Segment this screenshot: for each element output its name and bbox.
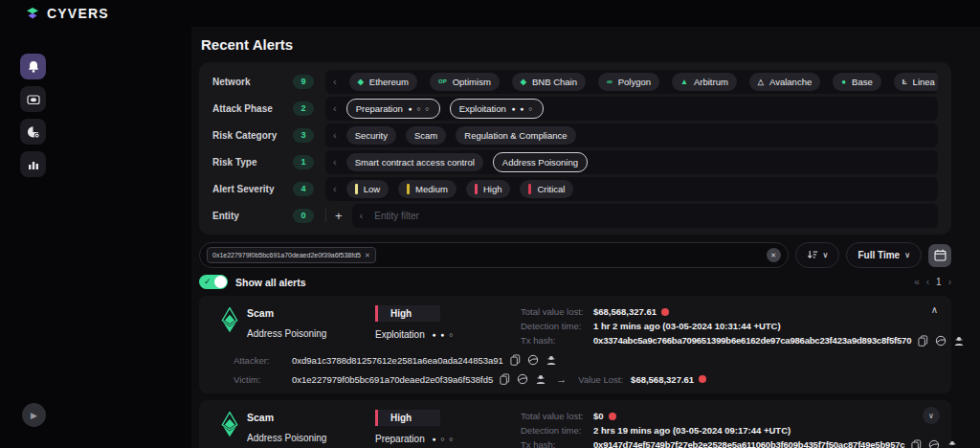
- sidebar: ▶: [0, 27, 191, 448]
- divider: [325, 209, 326, 222]
- entity-filter-input[interactable]: [372, 210, 568, 222]
- copy-icon[interactable]: [510, 354, 521, 366]
- chevron-down-icon: ∨: [904, 251, 910, 259]
- network-chip-linea[interactable]: Ŀ Linea: [894, 73, 938, 91]
- network-chip-bnb-chain[interactable]: ◈ BNB Chain: [512, 73, 586, 91]
- prev-page-button[interactable]: ‹: [926, 277, 929, 287]
- chevron-left-icon[interactable]: ‹: [333, 156, 337, 168]
- next-page-button[interactable]: ›: [948, 277, 951, 287]
- sort-icon: [807, 250, 818, 260]
- tx-hash-label: Tx hash:: [521, 335, 593, 346]
- investigate-icon[interactable]: [953, 335, 965, 347]
- investigate-icon[interactable]: [546, 354, 557, 366]
- attacker-row: Attacker: 0xd9a1c3788d81257612e2581a6ea0…: [212, 354, 938, 366]
- sidebar-item-analytics[interactable]: [20, 119, 46, 145]
- network-chip-ethereum[interactable]: ◆ Ethereum: [349, 73, 417, 91]
- network-chip-avalanche[interactable]: △ Avalanche: [749, 73, 820, 91]
- explorer-icon[interactable]: [935, 335, 947, 347]
- copy-icon[interactable]: [911, 439, 922, 448]
- alert-risk-type: Address Poisoning: [247, 433, 375, 443]
- severity-badge: High: [375, 305, 440, 322]
- sidebar-item-reports[interactable]: [20, 151, 46, 177]
- attack-phase-chip-preparation[interactable]: Preparation ● ○ ○: [346, 99, 440, 119]
- detection-time-label: Detection time:: [521, 425, 593, 436]
- investigate-icon[interactable]: [535, 373, 546, 385]
- alert-category: Scam: [247, 307, 375, 319]
- filter-count-badge: 4: [293, 182, 314, 196]
- search-tag-text: 0x1e227979f0b5bc691a70deaed2e0f39a6f538f…: [212, 252, 361, 258]
- risk-category-chip-scam[interactable]: Scam: [406, 126, 446, 145]
- severity-chip-critical[interactable]: Critical: [520, 180, 573, 198]
- victim-address: 0x1e227979f0b5bc691a70deaed2e0f39a6f538f…: [292, 374, 493, 385]
- chip-label: Linea: [913, 77, 935, 87]
- sort-button[interactable]: ∨: [795, 242, 840, 268]
- filter-row-risk-category: Risk Category 3 ‹ Security Scam Regulati…: [212, 122, 938, 148]
- copy-icon[interactable]: [500, 373, 510, 385]
- copy-icon[interactable]: [918, 335, 928, 347]
- risk-category-chip-security[interactable]: Security: [346, 126, 396, 145]
- polygon-icon: ∞: [607, 78, 612, 86]
- show-all-alerts-toggle[interactable]: ✓: [199, 275, 228, 289]
- severity-chip-medium[interactable]: Medium: [398, 180, 457, 198]
- chevron-left-icon[interactable]: ‹: [333, 183, 337, 194]
- risk-type-chip-address-poisoning[interactable]: Address Poisoning: [493, 152, 588, 172]
- add-entity-button[interactable]: +: [335, 209, 343, 223]
- filter-row-entity: Entity 0 + ‹: [212, 202, 938, 229]
- alert-card[interactable]: Scam Address Poisoning High Exploitation…: [199, 296, 951, 393]
- close-icon[interactable]: ✕: [365, 252, 370, 259]
- explorer-icon[interactable]: [527, 354, 539, 366]
- chip-label: Polygon: [618, 77, 651, 87]
- top-bar: CYVERS: [0, 0, 980, 27]
- explorer-icon[interactable]: [517, 373, 528, 385]
- alert-card[interactable]: Scam Address Poisoning High Preparation …: [199, 400, 951, 448]
- network-chip-polygon[interactable]: ∞ Polygon: [598, 73, 659, 91]
- network-chip-optimism[interactable]: OP Optimism: [430, 73, 500, 91]
- ethereum-icon: ◆: [358, 78, 364, 86]
- explorer-icon[interactable]: [928, 439, 940, 448]
- filter-count-badge: 1: [293, 155, 314, 169]
- entity-filter-track: ‹: [352, 204, 938, 228]
- alert-category: Scam: [247, 412, 375, 423]
- total-value-lost: $0: [593, 411, 604, 421]
- risk-category-chip-track: ‹ Security Scam Regulation & Compliance: [325, 123, 938, 147]
- search-tag[interactable]: 0x1e227979f0b5bc691a70deaed2e0f39a6f538f…: [207, 247, 376, 263]
- play-icon: ▶: [31, 411, 37, 420]
- alert-phase: Preparation ● ○ ○: [375, 434, 521, 444]
- chevron-left-icon[interactable]: ‹: [333, 102, 337, 114]
- first-page-button[interactable]: «: [914, 277, 920, 287]
- sidebar-item-alerts[interactable]: [20, 54, 46, 79]
- investigate-icon[interactable]: [947, 439, 958, 448]
- filter-label: Attack Phase: [212, 103, 293, 114]
- base-icon: ●: [841, 78, 846, 86]
- severity-bar: [355, 184, 358, 194]
- tx-hash: 0x9147d74ef5749b7f27eb2e2528e5a611060b3f…: [593, 439, 904, 448]
- network-chip-base[interactable]: ● Base: [833, 73, 881, 91]
- linea-icon: Ŀ: [902, 78, 907, 86]
- risk-type-chip-smart-contract[interactable]: Smart contract access control: [346, 153, 483, 171]
- time-range-button[interactable]: Full Time ∨: [846, 242, 922, 268]
- collapse-card-button[interactable]: ∧: [931, 304, 938, 315]
- attack-phase-chip-exploitation[interactable]: Exploitation ● ● ○: [450, 99, 544, 119]
- calendar-button[interactable]: [928, 244, 951, 267]
- chevron-left-icon[interactable]: ‹: [333, 76, 337, 87]
- sidebar-item-monitor[interactable]: [20, 86, 46, 112]
- chevron-left-icon[interactable]: ‹: [360, 210, 364, 221]
- chip-label: Medium: [415, 184, 448, 194]
- expand-card-button[interactable]: ∨: [923, 407, 940, 424]
- chip-label: Base: [852, 77, 873, 87]
- bnb-chain-icon: ◈: [521, 78, 526, 86]
- page-title: Recent Alerts: [201, 36, 969, 53]
- risk-category-chip-regulation[interactable]: Regulation & Compliance: [456, 126, 575, 145]
- chevron-left-icon[interactable]: ‹: [333, 129, 337, 141]
- clear-search-button[interactable]: ✕: [767, 248, 781, 262]
- tx-hash-label: Tx hash:: [521, 439, 593, 448]
- severity-chip-low[interactable]: Low: [346, 180, 389, 198]
- monitor-icon: [27, 93, 40, 106]
- play-button[interactable]: ▶: [22, 403, 46, 427]
- chip-label: Exploitation: [459, 103, 506, 114]
- search-input[interactable]: 0x1e227979f0b5bc691a70deaed2e0f39a6f538f…: [199, 242, 789, 268]
- network-chip-arbitrum[interactable]: ▲ Arbitrum: [672, 73, 737, 91]
- severity-chip-high[interactable]: High: [466, 180, 511, 198]
- search-row: 0x1e227979f0b5bc691a70deaed2e0f39a6f538f…: [199, 242, 951, 268]
- red-dot-icon: [661, 308, 669, 316]
